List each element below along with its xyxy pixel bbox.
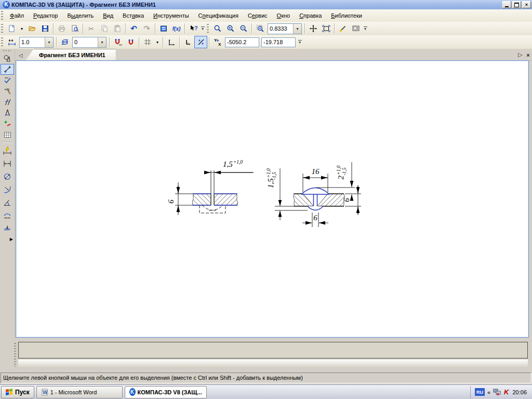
current-step-button[interactable] [5,36,18,48]
arc-dimension-tool[interactable] [1,209,14,222]
menu-item-service[interactable]: Сервис [243,11,272,20]
editing-panel-button[interactable] [1,86,14,97]
menu-item-select[interactable]: Выделить [62,11,98,20]
root-dimension-text[interactable]: 1,5+1,0-1,5 [266,168,277,188]
fx-variables-button[interactable]: f(x) [170,22,183,35]
tab-close-button[interactable]: × [524,51,532,59]
menu-item-file[interactable]: Файл [5,11,29,20]
right-weld-view[interactable]: 16 2+1,0-1,5 6 1,5+1,0-1,5 [266,162,361,227]
compact-panel-grip[interactable] [3,50,11,51]
grid-button[interactable] [141,36,154,48]
tray-collapse-button[interactable]: « [487,389,490,395]
paste-button[interactable] [111,22,124,35]
view-toolbar-grip[interactable] [207,24,209,33]
plate-thickness-dimension-text[interactable]: 6 [342,198,351,202]
radial-dimension-tool[interactable] [1,183,14,196]
menu-item-view[interactable]: Вид [98,11,118,20]
network-status-icon[interactable]: x [493,388,501,396]
tray-clock[interactable]: 20:06 [511,389,528,395]
specification-panel-button[interactable] [1,129,14,140]
convexity-dimension-text[interactable]: 2+1,0-1,5 [336,165,347,179]
parametrization-panel-button[interactable] [1,97,14,108]
dimensions-panel-button[interactable] [1,64,14,75]
snap-settings-button[interactable] [111,36,124,48]
geometry-panel-button[interactable] [1,53,14,64]
angular-dimension-tool[interactable] [1,196,14,209]
taskbar-item-word[interactable]: W 1 - Microsoft Word [36,386,123,398]
menu-item-libraries[interactable]: Библиотеки [326,11,367,20]
copy-button[interactable] [98,22,111,35]
tab-scroll-right-button[interactable]: ▷ [516,51,524,59]
window-manager-button[interactable] [157,22,170,35]
diameter-dimension-tool[interactable] [1,170,14,183]
ortho-drawing-button[interactable] [181,36,194,48]
local-cs-button[interactable] [165,36,178,48]
panel-more-arrow[interactable]: ▶ [10,237,13,242]
print-preview-button[interactable] [68,22,81,35]
taskbar-item-kompas[interactable]: K КОМПАС-3D V8 (ЗАЩ... [125,386,207,398]
toolbar-overflow-button[interactable]: ▾ [362,23,368,34]
open-button[interactable] [25,22,38,35]
selection-panel-button[interactable] [1,118,14,129]
designations-panel-button[interactable] [1,75,14,86]
datum-dimension-tool[interactable] [1,222,14,235]
kaspersky-icon[interactable]: K [504,388,509,396]
linear-dimension-tool[interactable] [1,157,14,170]
grid-dropdown[interactable]: ▾ [154,36,161,48]
language-indicator[interactable]: RU [475,388,485,396]
toolbar-grip[interactable] [1,37,3,47]
layer-dropdown[interactable]: ▾ [98,37,106,47]
toolbar-overflow-button[interactable]: ▾ [200,23,206,34]
undo-button[interactable]: ↶ [127,22,140,35]
zoom-area-button[interactable] [254,22,267,35]
root-width-dimension-text[interactable]: 6 [313,214,317,222]
coord-y-field[interactable] [261,37,296,47]
local-snaps-button[interactable] [124,36,137,48]
rounding-snap-button[interactable] [194,36,207,48]
zoom-out-button[interactable] [237,22,250,35]
layers-button[interactable] [58,36,71,48]
cut-button[interactable]: ✂ [85,22,98,35]
display-settings-button[interactable] [349,22,362,35]
new-document-dropdown[interactable]: ▾ [18,22,25,35]
menu-item-window[interactable]: Окно [272,11,295,20]
tab-scroll-left-button[interactable]: ◁ [17,51,24,59]
menu-item-insert[interactable]: Вставка [118,11,149,20]
menubar-grip[interactable] [1,11,3,20]
auto-dimension-tool[interactable] [1,144,14,157]
toolbar-grip[interactable] [1,24,3,33]
print-button[interactable] [55,22,68,35]
redo-button[interactable]: ↷ [140,22,153,35]
left-weld-view[interactable]: 1,5+1,0 6 [167,159,254,215]
zoom-in-button[interactable] [224,22,237,35]
close-button[interactable]: × [522,1,531,8]
property-bar-grip[interactable] [14,343,16,367]
gap-dimension-text[interactable]: 1,5+1,0 [223,159,243,168]
start-button[interactable]: Пуск [1,386,34,398]
coord-x-field[interactable] [225,37,259,47]
thickness-dimension-text[interactable]: 6 [167,200,175,204]
step-dropdown[interactable]: ▾ [45,37,53,47]
layer-input[interactable] [73,38,98,46]
zoom-scale-dropdown[interactable]: ▾ [293,24,301,34]
menu-item-editor[interactable]: Редактор [29,11,62,20]
toolbar-overflow-button[interactable]: ▾ [297,36,303,48]
measure-panel-button[interactable] [1,108,14,118]
new-document-button[interactable] [5,22,18,35]
fit-view-button[interactable] [320,22,332,35]
document-tab-active[interactable]: Фрагмент БЕЗ ИМЕНИ1 [25,49,116,60]
restore-button[interactable] [512,1,521,8]
menu-item-specification[interactable]: Спецификация [194,11,243,20]
pan-button[interactable] [307,22,320,35]
save-button[interactable] [38,22,51,35]
menu-item-help[interactable]: Справка [295,11,326,20]
redraw-button[interactable] [336,22,349,35]
drawing-canvas[interactable]: 1,5+1,0 6 [16,60,529,338]
context-help-button[interactable]: ? [187,22,200,35]
app-icon[interactable]: K [3,1,10,8]
step-input[interactable] [20,38,45,46]
weld-width-dimension-text[interactable]: 16 [312,167,320,176]
minimize-button[interactable] [502,1,511,8]
menu-item-tools[interactable]: Инструменты [149,11,194,20]
zoom-cursor-button[interactable] [211,22,224,35]
